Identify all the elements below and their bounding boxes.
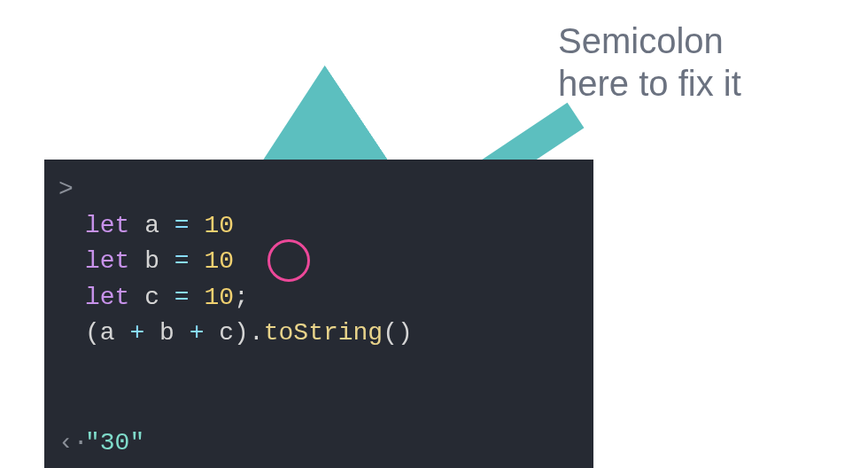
operator-plus: +	[115, 319, 159, 347]
annotation-line-2: here to fix it	[558, 64, 741, 103]
devtools-console: > let a = 10 let b = 10 let c = 10; (a +…	[44, 160, 593, 468]
identifier: a	[144, 212, 159, 239]
paren-close: )	[234, 319, 249, 347]
code-line-4: (a + b + c).toString()	[85, 319, 413, 347]
operator-plus: +	[174, 319, 219, 347]
keyword-let: let	[85, 284, 129, 311]
number-literal: 10	[204, 212, 234, 239]
semicolon: ;	[234, 284, 249, 311]
dot: .	[249, 319, 264, 347]
operator-equals: =	[174, 284, 190, 311]
output-chevron-icon: ‹·	[58, 425, 85, 462]
highlight-circle	[267, 239, 310, 282]
identifier: a	[100, 319, 115, 347]
operator-equals: =	[174, 247, 190, 275]
code-input: let a = 10 let b = 10 let c = 10; (a + b…	[85, 172, 579, 424]
identifier: c	[219, 319, 234, 347]
operator-equals: =	[174, 212, 190, 239]
paren-open: (	[85, 319, 100, 347]
method-name: toString	[264, 319, 383, 347]
code-line-3: let c = 10;	[85, 284, 249, 311]
code-line-2: let b = 10	[85, 247, 234, 275]
keyword-let: let	[85, 247, 129, 275]
figure-canvas: Semicolon here to fix it > let a = 10 le…	[0, 0, 868, 468]
annotation-text: Semicolon here to fix it	[558, 20, 741, 105]
identifier: b	[159, 319, 174, 347]
annotation-line-1: Semicolon	[558, 21, 724, 60]
call-parens: ()	[383, 319, 413, 347]
code-line-1: let a = 10	[85, 212, 234, 239]
identifier: b	[144, 247, 159, 275]
identifier: c	[144, 284, 159, 311]
code-output: "30"	[85, 425, 579, 462]
keyword-let: let	[85, 212, 129, 239]
console-input-row: > let a = 10 let b = 10 let c = 10; (a +…	[44, 172, 593, 425]
string-literal: "30"	[85, 429, 144, 456]
number-literal: 10	[204, 284, 234, 311]
number-literal: 10	[204, 247, 234, 275]
console-output-row: ‹· "30"	[44, 425, 593, 464]
input-chevron-icon: >	[58, 172, 85, 208]
